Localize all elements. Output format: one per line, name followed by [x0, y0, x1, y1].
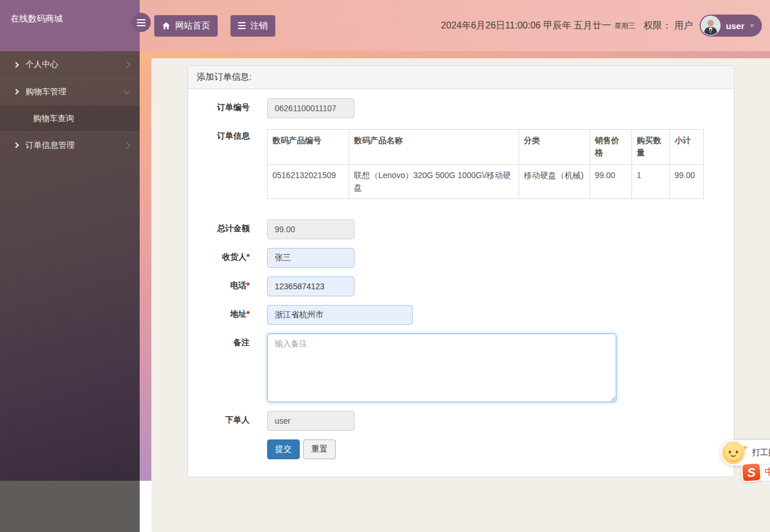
sidebar-item-order-management[interactable]: 订单信息管理: [0, 132, 140, 158]
order-items-label: 订单信息: [197, 127, 267, 199]
sidebar: 个人中心 购物车管理 购物车查询 订单信息管理: [0, 51, 140, 481]
add-order-form: 订单编号 订单信息 数码产品编号 数码产品名称 分类 销售价格: [188, 89, 734, 477]
total-field: [267, 219, 354, 239]
sidebar-item-personal-center[interactable]: 个人中心: [0, 51, 140, 78]
submit-button[interactable]: 提交: [267, 439, 300, 459]
cell-subtotal: 99.00: [670, 165, 704, 199]
address-label: 地址*: [197, 305, 267, 325]
sidebar-toggle-button[interactable]: [132, 13, 151, 32]
col-subtotal: 小计: [670, 130, 704, 165]
reset-button[interactable]: 重置: [303, 439, 336, 459]
required-asterisk: *: [247, 252, 250, 261]
app-logo[interactable]: 在线数码商城: [0, 0, 140, 51]
sidebar-footer: [0, 481, 140, 532]
address-field[interactable]: [267, 305, 413, 325]
order-no-field: [267, 98, 354, 118]
panel-title: 添加订单信息:: [188, 66, 734, 89]
ime-statusbar[interactable]: S 中: [741, 463, 770, 482]
add-order-panel: 添加订单信息: 订单编号 订单信息 数码产品编号 数码产品名称: [187, 65, 734, 477]
sidebar-item-cart-query[interactable]: 购物车查询: [0, 105, 140, 132]
remark-field[interactable]: [267, 334, 616, 402]
orderer-label: 下单人: [197, 411, 267, 431]
sparkle-icon: [742, 445, 748, 451]
permission-text: 权限： 用户: [644, 20, 693, 32]
avatar: [701, 16, 721, 36]
house-icon: [162, 22, 171, 30]
caret-down-icon: [750, 24, 754, 27]
logout-button-label: 注销: [250, 20, 268, 31]
orderer-field: [267, 411, 354, 431]
content-area: 添加订单信息: 订单编号 订单信息 数码产品编号 数码产品名称: [151, 58, 770, 532]
username-label: user: [726, 21, 744, 31]
chevron-right-icon: [123, 61, 130, 68]
order-items-table: 数码产品编号 数码产品名称 分类 销售价格 购买数量 小计 0516213202…: [267, 129, 704, 199]
receiver-field[interactable]: [267, 248, 354, 268]
app-title: 在线数码商城: [10, 13, 63, 23]
datetime-text: 2024年6月26日11:00:06 甲辰年 五月廿一: [441, 20, 611, 32]
sogou-s-icon[interactable]: S: [741, 462, 762, 483]
col-category: 分类: [519, 130, 590, 165]
phone-field[interactable]: [267, 276, 354, 296]
chevron-right-icon: [13, 62, 19, 68]
chevron-right-icon: [13, 89, 19, 95]
order-no-label: 订单编号: [197, 98, 267, 118]
cell-product-name: 联想（Lenovo）320G 500G 1000G\/移动硬盘: [349, 165, 519, 199]
chevron-right-icon: [123, 142, 130, 148]
logout-button[interactable]: 注销: [230, 15, 275, 37]
remark-label: 备注: [197, 334, 267, 402]
hamburger-icon: [137, 19, 146, 20]
col-product-id: 数码产品编号: [268, 130, 349, 165]
menu-lines-icon: [238, 22, 246, 29]
weekday-text: 星期三: [615, 21, 636, 31]
user-menu[interactable]: user: [700, 15, 762, 37]
cell-category: 移动硬盘（机械): [519, 165, 590, 199]
sidebar-item-cart-management[interactable]: 购物车管理: [0, 78, 140, 105]
phone-label: 电话*: [197, 276, 267, 296]
chevron-down-icon: [123, 87, 130, 94]
required-asterisk: *: [247, 281, 250, 290]
navbar-right: 2024年6月26日11:00:06 甲辰年 五月廿一 星期三 权限： 用户 u…: [441, 15, 770, 37]
home-button[interactable]: 网站首页: [154, 15, 218, 37]
chevron-right-icon: [13, 143, 19, 148]
total-label: 总计金额: [197, 219, 267, 239]
top-navbar: 网站首页 注销 2024年6月26日11:00:06 甲辰年 五月廿一 星期三 …: [140, 0, 770, 51]
col-product-name: 数码产品名称: [349, 130, 519, 165]
table-row: 05162132021509 联想（Lenovo）320G 500G 1000G…: [268, 165, 704, 199]
home-button-label: 网站首页: [175, 20, 210, 31]
assistant-tooltip[interactable]: 打工摸鱼: [721, 440, 770, 466]
cell-product-id: 05162132021509: [268, 165, 349, 199]
cell-quantity: 1: [632, 165, 670, 199]
col-price: 销售价格: [590, 130, 632, 165]
col-quantity: 购买数量: [632, 130, 670, 165]
receiver-label: 收货人*: [197, 248, 267, 268]
cell-price: 99.00: [590, 165, 632, 199]
table-header-row: 数码产品编号 数码产品名称 分类 销售价格 购买数量 小计: [268, 130, 704, 165]
sun-icon: [723, 443, 743, 463]
assistant-tooltip-text: 打工摸鱼: [752, 448, 770, 458]
required-asterisk: *: [247, 309, 250, 318]
